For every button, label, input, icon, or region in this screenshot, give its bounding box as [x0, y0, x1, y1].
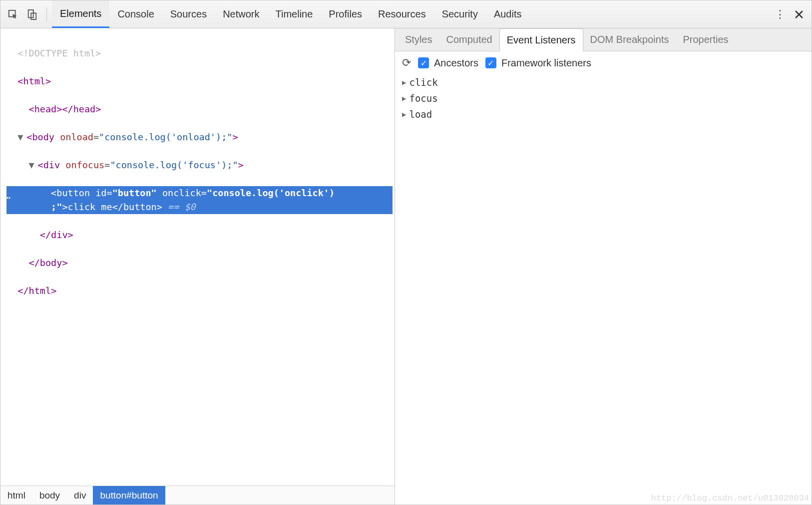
tab-timeline[interactable]: Timeline [268, 0, 321, 28]
inspect-icon[interactable] [4, 6, 21, 23]
devtools-tab-strip: Elements Console Sources Network Timelin… [0, 0, 812, 28]
tab-resources[interactable]: Resources [370, 0, 434, 28]
refresh-icon[interactable]: ⟳ [402, 56, 411, 69]
tab-network[interactable]: Network [215, 0, 267, 28]
sidebar-panel: Styles Computed Event Listeners DOM Brea… [395, 28, 812, 505]
disclosure-triangle-icon: ▶ [402, 74, 406, 90]
tab-security[interactable]: Security [434, 0, 486, 28]
close-icon[interactable] [791, 6, 808, 23]
tab-computed[interactable]: Computed [439, 28, 499, 51]
tab-profiles[interactable]: Profiles [321, 0, 370, 28]
tab-audits[interactable]: Audits [486, 0, 530, 28]
crumb-html[interactable]: html [0, 486, 32, 505]
selected-dom-node[interactable]: … <button id="button" onclick="console.l… [6, 186, 393, 214]
device-toggle-icon[interactable] [23, 6, 40, 23]
elements-panel: <!DOCTYPE html> <html> <head></head> ▼<b… [0, 28, 395, 505]
ancestors-checkbox[interactable]: ✓ [418, 57, 429, 68]
sidebar-tab-strip: Styles Computed Event Listeners DOM Brea… [395, 28, 812, 51]
tab-elements[interactable]: Elements [52, 0, 109, 28]
crumb-button[interactable]: button#button [93, 486, 165, 505]
event-click[interactable]: ▶click [402, 74, 805, 90]
framework-listeners-label: Framework listeners [501, 57, 591, 69]
dom-breadcrumb: html body div button#button [0, 486, 395, 505]
event-listeners-list: ▶click ▶focus ▶load [395, 74, 812, 122]
tab-event-listeners[interactable]: Event Listeners [499, 28, 583, 51]
ancestors-label: Ancestors [434, 57, 478, 69]
kebab-menu-icon[interactable]: ⋮ [772, 6, 789, 23]
framework-listeners-checkbox[interactable]: ✓ [485, 57, 496, 68]
event-focus[interactable]: ▶focus [402, 90, 805, 106]
tab-sources[interactable]: Sources [162, 0, 215, 28]
tab-dom-breakpoints[interactable]: DOM Breakpoints [583, 28, 676, 51]
disclosure-triangle-icon: ▶ [402, 106, 406, 122]
tab-properties[interactable]: Properties [676, 28, 735, 51]
watermark: http://blog.csdn.net/u013028034 [651, 494, 809, 503]
tab-styles[interactable]: Styles [398, 28, 439, 51]
tab-console[interactable]: Console [109, 0, 162, 28]
separator [46, 7, 47, 21]
disclosure-triangle-icon: ▶ [402, 90, 406, 106]
event-load[interactable]: ▶load [402, 106, 805, 122]
event-listeners-toolbar: ⟳ ✓ Ancestors ✓ Framework listeners [395, 51, 812, 74]
crumb-body[interactable]: body [32, 486, 67, 505]
crumb-div[interactable]: div [67, 486, 93, 505]
doctype: <!DOCTYPE html> [17, 48, 101, 58]
dom-tree[interactable]: <!DOCTYPE html> <html> <head></head> ▼<b… [0, 28, 395, 486]
